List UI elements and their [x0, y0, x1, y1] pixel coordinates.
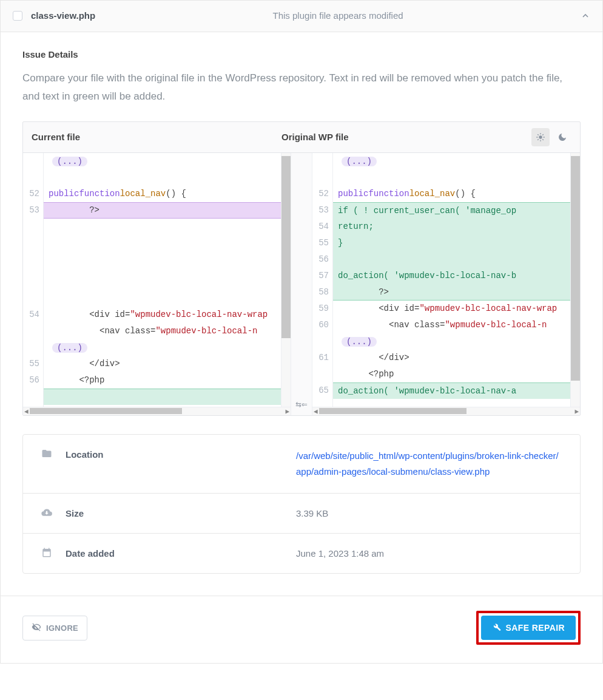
vertical-scrollbar[interactable]: [281, 153, 291, 407]
location-link[interactable]: /var/web/site/public_html/wp-content/plu…: [296, 450, 559, 477]
safe-repair-highlight: SAFE REPAIR: [476, 611, 581, 645]
calendar-icon: [41, 547, 52, 560]
panel-header[interactable]: class-view.php This plugin file appears …: [1, 1, 602, 32]
theme-toggles: [531, 128, 571, 146]
cloud-icon: [41, 507, 52, 520]
select-checkbox[interactable]: [13, 11, 22, 21]
repair-label: SAFE REPAIR: [506, 623, 565, 633]
diff-left-pane[interactable]: 5253545556 (...) public function local_n…: [23, 153, 291, 415]
issue-details-desc: Compare your file with the original file…: [22, 69, 581, 106]
diff-left-title: Current file: [32, 132, 281, 142]
ignore-button[interactable]: IGNORE: [22, 616, 87, 641]
diff-right-title: Original WP file: [281, 132, 531, 142]
svg-line-8: [542, 134, 543, 135]
panel-footer: IGNORE SAFE REPAIR: [1, 596, 602, 663]
size-value: 3.39 KB: [296, 508, 562, 518]
line-number-gutter: 5253545556575859606165: [312, 153, 333, 407]
horizontal-scrollbar[interactable]: ◀ ▶: [23, 407, 291, 415]
line-number-gutter: 5253545556: [23, 153, 44, 407]
vertical-scrollbar[interactable]: [570, 153, 580, 407]
svg-point-0: [539, 135, 542, 138]
info-label: Date added: [66, 548, 115, 559]
diff-right-pane[interactable]: 5253545556575859606165 (...) public func…: [312, 153, 580, 415]
diff-header: Current file Original WP file: [23, 122, 580, 153]
info-label: Size: [66, 508, 84, 518]
file-issue-panel: { "header": { "filename": "class-view.ph…: [0, 0, 603, 664]
info-label: Location: [66, 449, 104, 460]
diff-link-indicator[interactable]: ⇆⇐: [291, 153, 312, 415]
light-theme-icon[interactable]: [531, 128, 550, 146]
folder-icon: [41, 448, 52, 461]
svg-line-5: [537, 134, 538, 135]
date-value: June 1, 2023 1:48 am: [296, 548, 562, 559]
diff-body: 5253545556 (...) public function local_n…: [23, 153, 580, 415]
svg-line-7: [537, 139, 538, 140]
code-content[interactable]: (...) public function local_nav() { ?> <…: [44, 153, 281, 407]
info-row-size: Size 3.39 KB: [23, 494, 580, 534]
svg-line-6: [542, 139, 543, 140]
info-row-date: Date added June 1, 2023 1:48 am: [23, 534, 580, 573]
file-info-table: Location /var/web/site/public_html/wp-co…: [22, 434, 581, 574]
safe-repair-button[interactable]: SAFE REPAIR: [481, 616, 576, 640]
horizontal-scrollbar[interactable]: ◀ ▶: [312, 407, 580, 415]
info-row-location: Location /var/web/site/public_html/wp-co…: [23, 435, 580, 494]
file-status: This plugin file appears modified: [95, 10, 581, 21]
collapse-icon[interactable]: [581, 11, 590, 21]
code-content[interactable]: (...) public function local_nav() { if (…: [333, 153, 570, 407]
dark-theme-icon[interactable]: [553, 128, 571, 146]
wrench-icon: [492, 622, 501, 633]
eye-off-icon: [32, 622, 41, 634]
ignore-label: IGNORE: [46, 624, 78, 633]
panel-body: Issue Details Compare your file with the…: [1, 32, 602, 596]
file-name: class-view.php: [31, 10, 95, 21]
issue-details-title: Issue Details: [22, 49, 581, 59]
diff-viewer: Current file Original WP file 5253545556: [22, 121, 581, 416]
